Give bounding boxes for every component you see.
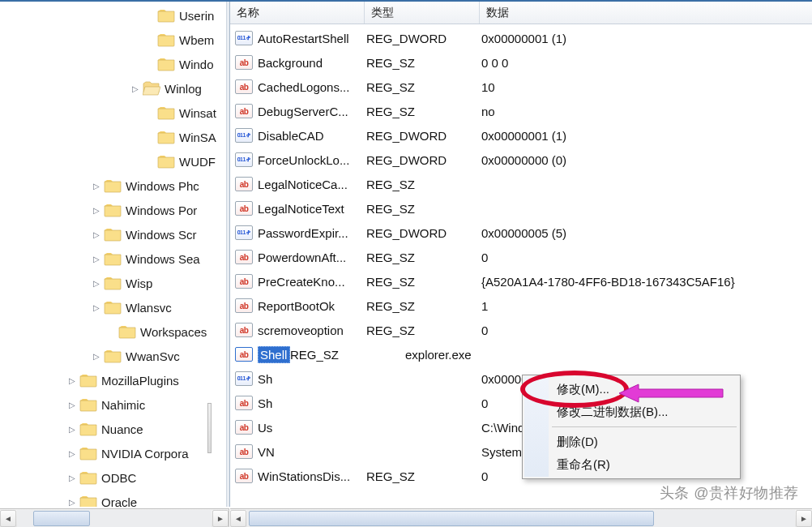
value-data: 0x00000001 (1) xyxy=(481,32,812,45)
tree-item[interactable]: WwanSvc xyxy=(0,344,229,368)
tree-vertical-scroll-sliver[interactable] xyxy=(226,2,229,507)
tree-expander-icon[interactable] xyxy=(66,496,78,507)
value-row[interactable]: AutoRestartShellREG_DWORD0x00000001 (1) xyxy=(230,26,812,50)
tree-item-label: ODBC xyxy=(101,471,136,485)
reg-dword-icon xyxy=(235,152,253,167)
tree-item-label: WinSA xyxy=(179,131,216,144)
reg-sz-icon xyxy=(235,177,253,191)
tree-item[interactable]: Winlog xyxy=(0,76,229,101)
value-row[interactable]: LegalNoticeCa...REG_SZ xyxy=(230,172,812,196)
tree-item[interactable]: Winsat xyxy=(0,101,229,125)
value-name: WinStationsDis... xyxy=(258,469,366,483)
tree-item[interactable]: Oracle xyxy=(0,490,229,507)
tree-item[interactable]: Userin xyxy=(0,3,229,28)
value-row[interactable]: PasswordExpir...REG_DWORD0x00000005 (5) xyxy=(230,221,812,245)
tree-item[interactable]: WUDF xyxy=(0,149,229,174)
tree-item-label: Oracle xyxy=(101,495,137,508)
scroll-left-button[interactable]: ◄ xyxy=(230,510,246,527)
value-type: REG_SZ xyxy=(366,202,481,216)
value-row[interactable]: CachedLogons...REG_SZ10 xyxy=(230,75,812,99)
folder-icon xyxy=(104,203,122,217)
list-header: 名称 类型 数据 xyxy=(230,2,812,24)
value-name: PowerdownAft... xyxy=(258,251,366,264)
value-row[interactable]: DisableCADREG_DWORD0x00000001 (1) xyxy=(230,123,812,148)
value-row[interactable]: ReportBootOkREG_SZ1 xyxy=(230,293,812,318)
tree-item[interactable]: Nuance xyxy=(0,417,229,441)
value-name: ForceUnlockLo... xyxy=(258,153,366,167)
folder-icon xyxy=(79,373,97,388)
tree-horizontal-scrollbar[interactable]: ◄ ► xyxy=(0,508,229,527)
context-menu-item-delete[interactable]: 删除(D) xyxy=(524,431,738,453)
context-menu-item-modify-binary[interactable]: 修改二进制数据(B)... xyxy=(524,401,738,423)
tree-expander-icon[interactable] xyxy=(130,83,141,94)
scroll-right-button[interactable]: ► xyxy=(796,510,812,527)
tree-item[interactable]: Windows Sea xyxy=(0,246,229,271)
reg-dword-icon xyxy=(235,225,253,240)
tree-expander-icon[interactable] xyxy=(66,399,78,410)
value-row[interactable]: ForceUnlockLo...REG_DWORD0x00000000 (0) xyxy=(230,148,812,172)
value-row[interactable]: BackgroundREG_SZ0 0 0 xyxy=(230,50,812,75)
value-row[interactable]: PowerdownAft...REG_SZ0 xyxy=(230,245,812,269)
list-horizontal-scrollbar[interactable]: ◄ ► xyxy=(230,508,812,527)
scroll-left-button[interactable]: ◄ xyxy=(0,510,16,527)
registry-tree-pane[interactable]: UserinWbemWindoWinlogWinsatWinSAWUDFWind… xyxy=(0,2,230,507)
tree-expander-icon[interactable] xyxy=(66,423,78,435)
tree-item-label: Windows Phc xyxy=(126,179,199,193)
value-row[interactable]: PreCreateKno...REG_SZ{A520A1A4-1780-4FF6… xyxy=(230,269,812,293)
tree-inner-scroll-indicator xyxy=(207,403,212,453)
scroll-track[interactable] xyxy=(247,510,795,527)
context-menu-item-modify[interactable]: 修改(M)... xyxy=(524,378,738,401)
tree-expander-icon[interactable] xyxy=(91,277,102,289)
scroll-right-button[interactable]: ► xyxy=(212,510,229,527)
tree-item[interactable]: Wisp xyxy=(0,271,229,295)
tree-expander-icon[interactable] xyxy=(91,180,102,191)
tree-item[interactable]: Windo xyxy=(0,52,229,76)
scroll-thumb[interactable] xyxy=(249,511,654,526)
tree-expander-icon[interactable] xyxy=(66,448,78,459)
tree-expander-icon[interactable] xyxy=(91,204,102,216)
value-data: no xyxy=(481,105,812,118)
tree-expander-icon[interactable] xyxy=(91,229,102,240)
tree-item[interactable]: Windows Phc xyxy=(0,174,229,198)
tree-item[interactable]: Windows Scr xyxy=(0,222,229,246)
reg-sz-icon xyxy=(235,79,253,94)
tree-item[interactable]: MozillaPlugins xyxy=(0,368,229,392)
value-name: ReportBootOk xyxy=(258,299,366,313)
tree-expander-icon[interactable] xyxy=(91,302,102,313)
tree-item-label: Windows Sea xyxy=(126,252,200,266)
folder-icon xyxy=(79,397,97,412)
tree-expander-icon[interactable] xyxy=(91,253,102,264)
tree-item[interactable]: Nahimic xyxy=(0,392,229,417)
tree-expander-icon[interactable] xyxy=(66,375,78,386)
reg-sz-icon xyxy=(235,347,253,362)
value-row[interactable]: ShellREG_SZexplorer.exe xyxy=(230,342,812,366)
tree-item[interactable]: Windows Por xyxy=(0,198,229,222)
tree-expander-icon[interactable] xyxy=(66,472,78,483)
tree-expander-icon[interactable] xyxy=(91,350,102,362)
tree-item[interactable]: Wlansvc xyxy=(0,295,229,319)
column-header-type[interactable]: 类型 xyxy=(365,2,480,24)
tree-item[interactable]: Wbem xyxy=(0,28,229,52)
value-name: VN xyxy=(258,445,366,459)
tree-item[interactable]: WinSA xyxy=(0,125,229,149)
context-menu-item-rename[interactable]: 重命名(R) xyxy=(524,453,738,476)
value-row[interactable]: LegalNoticeTextREG_SZ xyxy=(230,196,812,221)
tree-item[interactable]: Workspaces xyxy=(0,319,229,344)
value-type: REG_SZ xyxy=(366,251,481,264)
value-name: DebugServerC... xyxy=(258,105,366,118)
tree-item[interactable]: ODBC xyxy=(0,465,229,490)
value-row[interactable]: scremoveoptionREG_SZ0 xyxy=(230,318,812,342)
tree-item-label: Winsat xyxy=(179,106,216,120)
folder-icon xyxy=(79,422,97,436)
column-header-name[interactable]: 名称 xyxy=(230,2,365,24)
value-type: REG_DWORD xyxy=(366,226,481,240)
value-row[interactable]: DebugServerC...REG_SZno xyxy=(230,99,812,123)
value-data: 0x00000005 (5) xyxy=(481,226,812,240)
scroll-track[interactable] xyxy=(17,510,212,527)
scroll-thumb[interactable] xyxy=(33,511,90,526)
values-list-pane[interactable]: 名称 类型 数据 AutoRestartShellREG_DWORD0x0000… xyxy=(230,2,812,507)
folder-icon xyxy=(157,8,175,23)
column-header-data[interactable]: 数据 xyxy=(480,2,812,24)
tree-item[interactable]: NVIDIA Corpora xyxy=(0,441,229,465)
reg-sz-icon xyxy=(235,469,253,483)
